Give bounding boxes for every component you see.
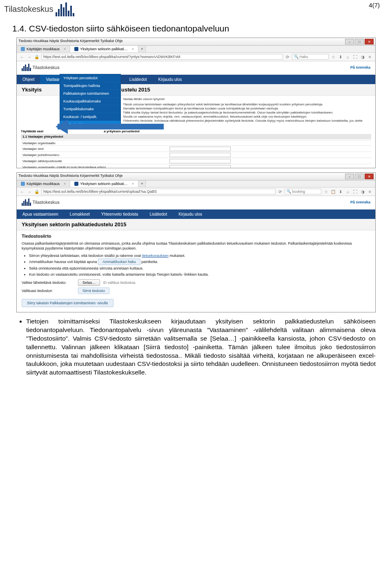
- nav-lisatiedot[interactable]: Lisätiedot: [144, 210, 173, 219]
- dd-item-kktunti[interactable]: Kuukausi- / tuntipalk.: [60, 113, 120, 121]
- address-bar: ← → 🔒 ⟳ 🔍 Haku ☆ ⬇ ⌂ ⛶ ◑ ≡: [17, 53, 375, 61]
- lbl-phone: Vastaajan puhelinnumero: [21, 152, 168, 158]
- search-input[interactable]: 🔍 Haku: [292, 54, 329, 60]
- logo-text: Tilastokeskus: [4, 4, 53, 14]
- menu-text[interactable]: Tiedosto Muokkaa Näytä Sivuhistoria Kirj…: [18, 39, 123, 45]
- transfer-button[interactable]: Siirrä tiedosto: [78, 288, 109, 294]
- dd-item-palkkatiedot[interactable]: Palkkatietojen toimittaminen: [60, 90, 120, 98]
- back-button[interactable]: Siirry takaisin Palkkatietojen toimittam…: [22, 299, 114, 307]
- form-table-1: Vastaajan organisaatio Vastaajan nimi Va…: [21, 140, 371, 168]
- nav-kirjaudu-ulos[interactable]: Kirjaudu ulos: [173, 210, 208, 219]
- address-bar: ← → 🔒 ⟳ 🔍 booking ☆ 📋 ⬇ ⌂ ⛶ ◑ ≡: [17, 187, 375, 196]
- download-icon[interactable]: ⬇: [338, 54, 343, 60]
- bookmark-icon[interactable]: ☆: [323, 189, 329, 194]
- maximize-icon[interactable]: □: [355, 174, 364, 179]
- close-icon[interactable]: ✕: [365, 39, 374, 45]
- browser-tab-2[interactable]: Yksityisen sektorin palkkati…×: [70, 181, 138, 187]
- lbl-name: Vastaajan nimi: [21, 146, 168, 152]
- search-input[interactable]: 🔍 booking: [285, 189, 321, 194]
- menu-text[interactable]: Tiedosto Muokkaa Näytä Sivuhistoria Kirj…: [18, 174, 123, 179]
- tab-2-label: Yksityisen sektorin palkkati…: [80, 47, 128, 51]
- clipboard-icon[interactable]: 📋: [330, 189, 336, 194]
- fullscreen-icon[interactable]: ⛶: [352, 189, 358, 194]
- url-input[interactable]: [41, 189, 276, 194]
- language-link[interactable]: På svenska: [350, 65, 370, 69]
- page-number: 4(7): [369, 2, 380, 9]
- nav-apua[interactable]: Apua vastaamiseen: [17, 210, 64, 219]
- forward-icon[interactable]: →: [27, 54, 32, 60]
- ammattiluokka-haku-button[interactable]: Ammattiluokan haku: [98, 259, 140, 265]
- input-name[interactable]: [169, 147, 231, 151]
- url-input[interactable]: [41, 54, 283, 60]
- dd-item-perustiedot[interactable]: Yrityksen perustiedot: [60, 74, 120, 82]
- dd-item-kk-lomake[interactable]: Kuukausipalkkalomake: [60, 98, 120, 105]
- reload-icon[interactable]: ⟳: [277, 189, 283, 194]
- app-navbar: Apua vastaamiseen Lomakkeet Yhteenveto t…: [17, 210, 375, 219]
- app-logo: Tilastokeskus: [22, 198, 60, 206]
- addon-icon[interactable]: ◑: [360, 54, 365, 60]
- back-icon[interactable]: ←: [19, 54, 25, 60]
- info-list: Siirron yhteydessä tarkistetaan, että ti…: [29, 253, 370, 277]
- dd-item-toimipaikat[interactable]: Toimipaikkojen hallinta: [60, 82, 120, 90]
- file-transfer-label: Valittuasi tiedoston: [22, 289, 75, 293]
- intro-paragraph: Osassa palkanlaskentajärjestelmiä on ole…: [22, 241, 370, 251]
- maximize-icon[interactable]: □: [355, 39, 364, 45]
- bookmark-icon[interactable]: ☆: [330, 54, 336, 60]
- file-transfer-row: Valittuasi tiedoston Siirrä tiedosto: [22, 288, 370, 294]
- menu-icon[interactable]: ≡: [367, 189, 373, 194]
- app-banner: Tilastokeskus På svenska: [17, 196, 375, 210]
- new-tab-button[interactable]: +: [138, 46, 146, 52]
- instruction-text: Tietojen toimittamiseksi Tilastokeskukse…: [16, 317, 376, 377]
- home-icon[interactable]: ⌂: [345, 189, 351, 194]
- new-tab-button[interactable]: +: [138, 181, 146, 187]
- screenshot-2: Tiedosto Muokkaa Näytä Sivuhistoria Kirj…: [16, 172, 376, 312]
- window-menu-bar: Tiedosto Muokkaa Näytä Sivuhistoria Kirj…: [17, 38, 375, 46]
- browser-tab-2[interactable]: Yksityisen sektorin palkkati…×: [70, 46, 138, 52]
- browser-tab-1[interactable]: Käyttäjän muokkaus×: [17, 46, 70, 52]
- minimize-icon[interactable]: –: [345, 39, 354, 45]
- forward-icon[interactable]: →: [27, 189, 32, 194]
- nav-lomakkeet[interactable]: Lomakkeet: [64, 210, 96, 219]
- nav-yhteenveto[interactable]: Yhteenveto tiedoista: [96, 210, 144, 219]
- app-logo: Tilastokeskus: [22, 64, 60, 71]
- browser-tabstrip: Käyttäjän muokkaus× Yksityisen sektorin …: [17, 181, 375, 187]
- subsection-1-1: 1.1 Vastaajan yhteystiedot: [21, 134, 371, 139]
- input-org2[interactable]: [169, 165, 231, 169]
- browser-tab-1[interactable]: Käyttäjän muokkaus×: [17, 181, 70, 187]
- vastaaminen-dropdown[interactable]: Yrityksen perustiedot Toimipaikkojen hal…: [60, 74, 121, 129]
- nav-ohjeet[interactable]: Ohjeet: [17, 75, 40, 84]
- nav-lisatiedot[interactable]: Lisätiedot: [124, 75, 153, 84]
- fill-later-note: Täyttäkää vasta yrityksen perustiedot: [21, 129, 371, 133]
- nav-kirjaudu-ulos[interactable]: Kirjaudu ulos: [153, 75, 188, 84]
- annotation-arrow: [58, 124, 172, 129]
- instruction-bullet: Tietojen toimittamiseksi Tilastokeskukse…: [26, 317, 376, 377]
- input-phone[interactable]: [169, 153, 231, 157]
- tab-close-icon[interactable]: ×: [64, 47, 66, 51]
- magnify-icon: 🔍: [294, 55, 298, 59]
- favicon-icon: [74, 182, 78, 186]
- home-icon[interactable]: ⌂: [345, 54, 351, 60]
- section-title: 1.4. CSV-tiedoston siirto sähköiseen tie…: [12, 24, 392, 33]
- tietuekuvaus-link[interactable]: tietuekuvauksen: [142, 254, 169, 258]
- addon-icon[interactable]: ◑: [360, 189, 365, 194]
- window-controls[interactable]: – □ ✕: [345, 39, 374, 45]
- download-icon[interactable]: ⬇: [338, 189, 343, 194]
- list-item-3: Sekä onnistuneesta että epäonnistuneesta…: [29, 266, 370, 271]
- tab-close-icon[interactable]: ×: [64, 182, 66, 186]
- dd-item-tuntipalkka[interactable]: Tuntipalkkalomake: [60, 105, 120, 113]
- menu-icon[interactable]: ≡: [367, 54, 373, 60]
- tab-close-icon[interactable]: ×: [132, 47, 134, 51]
- input-email[interactable]: [169, 159, 231, 163]
- h1-left: Yksityis: [22, 87, 42, 93]
- window-controls[interactable]: – □ ✕: [345, 174, 374, 179]
- tab-close-icon[interactable]: ×: [132, 182, 134, 186]
- reload-icon[interactable]: ⟳: [285, 54, 290, 60]
- logo-bars-icon: [56, 2, 74, 16]
- fullscreen-icon[interactable]: ⛶: [352, 54, 358, 60]
- language-link[interactable]: På svenska: [350, 200, 370, 204]
- minimize-icon[interactable]: –: [345, 174, 354, 179]
- browse-button[interactable]: Selaa…: [78, 279, 100, 286]
- arrow-line: [58, 124, 164, 129]
- back-icon[interactable]: ←: [19, 189, 25, 194]
- close-icon[interactable]: ✕: [365, 174, 374, 179]
